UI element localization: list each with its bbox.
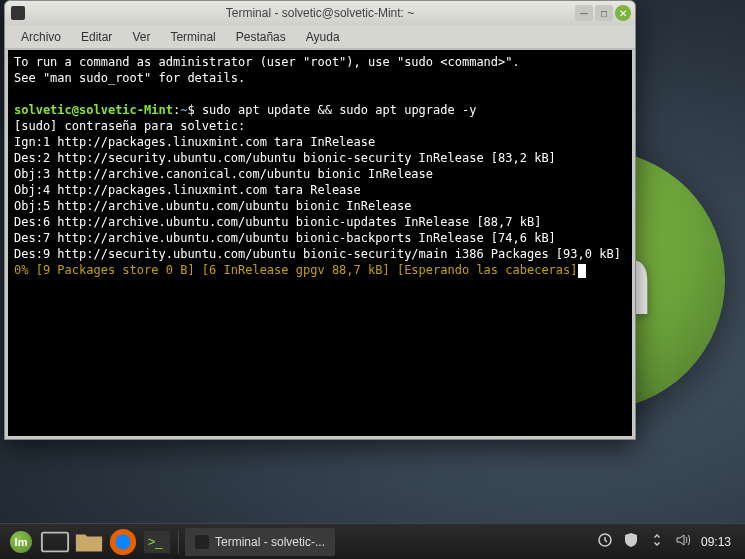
window-controls: ─ □ ✕ — [575, 5, 631, 21]
mint-menu-icon: lm — [10, 531, 32, 553]
apt-progress: 0% [9 Packages store 0 B] [6 InRelease g… — [14, 263, 578, 277]
terminal-intro-line: To run a command as administrator (user … — [14, 55, 520, 69]
clock[interactable]: 09:13 — [701, 535, 731, 549]
apt-line: Des:7 http://archive.ubuntu.com/ubuntu b… — [14, 231, 556, 245]
window-titlebar[interactable]: Terminal - solvetic@solvetic-Mint: ~ ─ □… — [5, 1, 635, 25]
svg-rect-0 — [42, 532, 68, 551]
menu-ayuda[interactable]: Ayuda — [298, 28, 348, 46]
terminal-cursor — [578, 264, 586, 278]
terminal-launcher[interactable]: >_ — [142, 528, 172, 556]
updates-icon[interactable] — [597, 532, 613, 551]
close-button[interactable]: ✕ — [615, 5, 631, 21]
terminal-intro-line: See "man sudo_root" for details. — [14, 71, 245, 85]
menu-pestanas[interactable]: Pestañas — [228, 28, 294, 46]
task-label: Terminal - solvetic-... — [215, 535, 325, 549]
apt-line: Ign:1 http://packages.linuxmint.com tara… — [14, 135, 375, 149]
svg-text:>_: >_ — [148, 533, 164, 548]
menu-terminal[interactable]: Terminal — [162, 28, 223, 46]
files-launcher[interactable] — [74, 528, 104, 556]
taskbar-separator — [178, 530, 179, 554]
apt-line: Des:6 http://archive.ubuntu.com/ubuntu b… — [14, 215, 541, 229]
show-desktop-button[interactable] — [40, 528, 70, 556]
apt-line: Des:9 http://security.ubuntu.com/ubuntu … — [14, 247, 621, 261]
system-tray: 09:13 — [597, 532, 739, 551]
maximize-button[interactable]: □ — [595, 5, 613, 21]
menu-ver[interactable]: Ver — [124, 28, 158, 46]
apt-line: Des:2 http://security.ubuntu.com/ubuntu … — [14, 151, 556, 165]
network-icon[interactable] — [649, 532, 665, 551]
menu-editar[interactable]: Editar — [73, 28, 120, 46]
start-menu-button[interactable]: lm — [6, 528, 36, 556]
minimize-button[interactable]: ─ — [575, 5, 593, 21]
volume-icon[interactable] — [675, 532, 691, 551]
menu-archivo[interactable]: Archivo — [13, 28, 69, 46]
prompt-user: solvetic@solvetic-Mint — [14, 103, 173, 117]
terminal-content[interactable]: To run a command as administrator (user … — [5, 49, 635, 439]
taskbar: lm >_ Terminal - solvetic-... 09:13 — [0, 523, 745, 559]
terminal-icon — [11, 6, 25, 20]
taskbar-task-terminal[interactable]: Terminal - solvetic-... — [185, 528, 335, 556]
shield-icon[interactable] — [623, 532, 639, 551]
apt-line: Obj:3 http://archive.canonical.com/ubunt… — [14, 167, 433, 181]
sudo-prompt: [sudo] contraseña para solvetic: — [14, 119, 245, 133]
terminal-command: sudo apt update && sudo apt upgrade -y — [202, 103, 477, 117]
apt-line: Obj:5 http://archive.ubuntu.com/ubuntu b… — [14, 199, 411, 213]
terminal-window: Terminal - solvetic@solvetic-Mint: ~ ─ □… — [4, 0, 636, 440]
firefox-launcher[interactable] — [108, 528, 138, 556]
terminal-icon — [195, 535, 209, 549]
window-title: Terminal - solvetic@solvetic-Mint: ~ — [226, 6, 415, 20]
apt-line: Obj:4 http://packages.linuxmint.com tara… — [14, 183, 361, 197]
svg-point-2 — [116, 534, 131, 549]
menubar: Archivo Editar Ver Terminal Pestañas Ayu… — [5, 25, 635, 49]
